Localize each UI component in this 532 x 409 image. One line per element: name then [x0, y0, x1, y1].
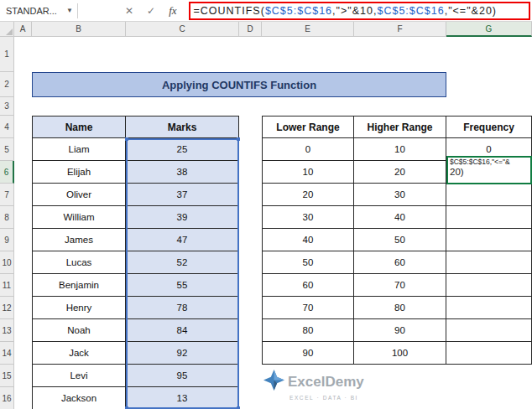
- column-header-e[interactable]: E: [262, 22, 354, 37]
- column-header-b[interactable]: B: [32, 22, 126, 37]
- cell-B15[interactable]: Levi: [32, 365, 126, 387]
- insert-function-icon[interactable]: fx: [162, 0, 183, 21]
- column-header-c[interactable]: C: [126, 22, 239, 37]
- cell-B4[interactable]: Name: [32, 116, 126, 138]
- cell-B16[interactable]: Jackson: [32, 387, 126, 409]
- sheet-grid: ABCDEFG12345678910111213141516Applying C…: [0, 22, 532, 409]
- cell-E7[interactable]: 20: [262, 184, 354, 206]
- cell-F9[interactable]: 50: [354, 229, 446, 251]
- row-header-2[interactable]: 2: [0, 72, 14, 97]
- cell-F13[interactable]: 90: [354, 319, 446, 342]
- enter-icon[interactable]: ✓: [140, 0, 162, 21]
- row-header-10[interactable]: 10: [0, 251, 14, 274]
- watermark-tagline: EXCEL · DATA · BI: [289, 395, 364, 401]
- formula-text: =COUNTIFS($C$5:$C$16,">"&10,$C$5:$C$16,"…: [194, 5, 498, 17]
- cell-G10[interactable]: [446, 251, 532, 274]
- row-header-1[interactable]: 1: [0, 37, 14, 72]
- cell-B6[interactable]: Elijah: [32, 161, 126, 184]
- row-header-15[interactable]: 15: [0, 365, 14, 387]
- column-header-g[interactable]: G: [446, 22, 532, 37]
- cell-B5[interactable]: Liam: [32, 138, 126, 161]
- cell-E8[interactable]: 30: [262, 206, 354, 229]
- cell-E10[interactable]: 50: [262, 251, 354, 274]
- cell-C15[interactable]: 95: [126, 365, 239, 387]
- name-box-dropdown-icon[interactable]: ▼: [62, 7, 77, 14]
- cell-B7[interactable]: Oliver: [32, 184, 126, 206]
- cell-B12[interactable]: Henry: [32, 297, 126, 319]
- cell-B8[interactable]: William: [32, 206, 126, 229]
- row-header-12[interactable]: 12: [0, 297, 14, 319]
- cell-E9[interactable]: 40: [262, 229, 354, 251]
- row-header-6[interactable]: 6: [0, 161, 14, 184]
- exceldemy-watermark: ExcelDemy EXCEL · DATA · BI: [263, 370, 364, 401]
- formula-part: =COUNTIFS(: [194, 5, 265, 17]
- cell-G7[interactable]: [446, 184, 532, 206]
- row-header-4[interactable]: 4: [0, 116, 14, 138]
- cell-C14[interactable]: 92: [126, 342, 239, 365]
- cell-C11[interactable]: 55: [126, 274, 239, 297]
- name-box-value: STANDAR...: [6, 6, 57, 16]
- row-header-16[interactable]: 16: [0, 387, 14, 409]
- cell-C9[interactable]: 47: [126, 229, 239, 251]
- cell-C4[interactable]: Marks: [126, 116, 239, 138]
- separator: [77, 3, 78, 18]
- cell-F12[interactable]: 80: [354, 297, 446, 319]
- cell-G9[interactable]: [446, 229, 532, 251]
- cell-C10[interactable]: 52: [126, 251, 239, 274]
- formula-part: ,">"&10,: [332, 5, 377, 17]
- row-header-8[interactable]: 8: [0, 206, 14, 229]
- cell-G13[interactable]: [446, 319, 532, 342]
- cell-G8[interactable]: [446, 206, 532, 229]
- cell-C7[interactable]: 37: [126, 184, 239, 206]
- cell-G6-edit-box[interactable]: $C$5:$C$16,"<="& 20): [446, 156, 532, 184]
- cell-E6[interactable]: 10: [262, 161, 354, 184]
- cell-E12[interactable]: 70: [262, 297, 354, 319]
- cell-C13[interactable]: 84: [126, 319, 239, 342]
- cell-B14[interactable]: Jack: [32, 342, 126, 365]
- cell-C16[interactable]: 13: [126, 387, 239, 409]
- cell-G14[interactable]: [446, 342, 532, 365]
- select-all-button[interactable]: [0, 22, 14, 37]
- cell-C6[interactable]: 38: [126, 161, 239, 184]
- cell-G12[interactable]: [446, 297, 532, 319]
- row-header-7[interactable]: 7: [0, 184, 14, 206]
- formula-part: $C$5:$C$16: [265, 5, 332, 17]
- cell-F8[interactable]: 40: [354, 206, 446, 229]
- column-header-f[interactable]: F: [354, 22, 446, 37]
- row-header-5[interactable]: 5: [0, 138, 14, 161]
- cell-E11[interactable]: 60: [262, 274, 354, 297]
- cell-E13[interactable]: 80: [262, 319, 354, 342]
- edit-formula-tail: 20): [450, 166, 529, 179]
- row-header-14[interactable]: 14: [0, 342, 14, 365]
- name-box[interactable]: STANDAR... ▼: [0, 0, 77, 21]
- cell-E14[interactable]: 90: [262, 342, 354, 365]
- column-header-d[interactable]: D: [239, 22, 262, 37]
- cell-F11[interactable]: 70: [354, 274, 446, 297]
- cell-F14[interactable]: 100: [354, 342, 446, 365]
- cell-E4[interactable]: Lower Range: [262, 116, 354, 138]
- cell-B11[interactable]: Benjamin: [32, 274, 126, 297]
- column-header-a[interactable]: A: [14, 22, 32, 37]
- row-header-9[interactable]: 9: [0, 229, 14, 251]
- cell-B13[interactable]: Noah: [32, 319, 126, 342]
- formula-part: ,"<="&20): [445, 5, 497, 17]
- cell-F5[interactable]: 10: [354, 138, 446, 161]
- cell-B10[interactable]: Lucas: [32, 251, 126, 274]
- banner-title[interactable]: Applying COUNTIFS Function: [32, 72, 446, 97]
- cell-F7[interactable]: 30: [354, 184, 446, 206]
- cell-F4[interactable]: Higher Range: [354, 116, 446, 138]
- cell-F10[interactable]: 60: [354, 251, 446, 274]
- cell-B9[interactable]: James: [32, 229, 126, 251]
- cell-C12[interactable]: 78: [126, 297, 239, 319]
- cell-G4[interactable]: Frequency: [446, 116, 532, 138]
- formula-input[interactable]: =COUNTIFS($C$5:$C$16,">"&10,$C$5:$C$16,"…: [189, 2, 530, 20]
- row-header-3[interactable]: 3: [0, 97, 14, 116]
- cancel-icon[interactable]: ✕: [118, 0, 140, 21]
- cell-G11[interactable]: [446, 274, 532, 297]
- row-header-13[interactable]: 13: [0, 319, 14, 342]
- cell-F6[interactable]: 20: [354, 161, 446, 184]
- cell-E5[interactable]: 0: [262, 138, 354, 161]
- cell-C5[interactable]: 25: [126, 138, 239, 161]
- cell-C8[interactable]: 39: [126, 206, 239, 229]
- row-header-11[interactable]: 11: [0, 274, 14, 297]
